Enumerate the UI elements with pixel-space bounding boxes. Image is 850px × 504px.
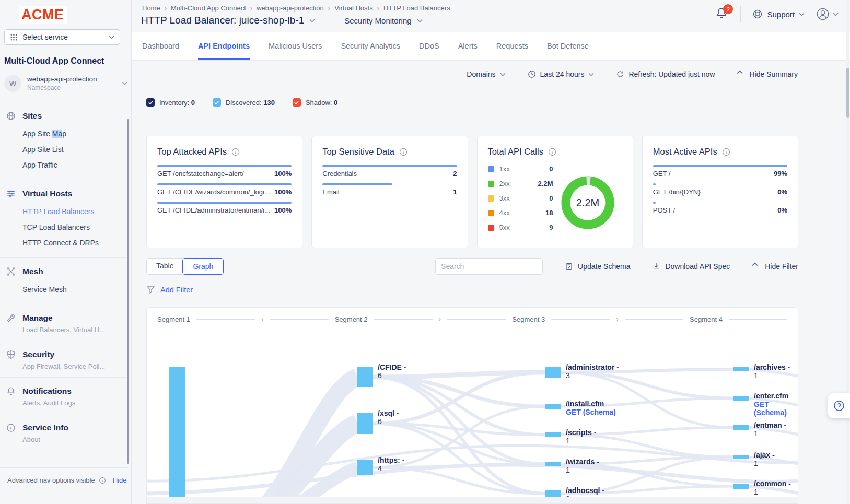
sankey-node-adhocsql[interactable] (545, 490, 561, 497)
stat-label: GET /CFIDE/administrator/entman/i... (157, 206, 270, 214)
legend-checkbox-shadow[interactable]: Shadow: 0 (293, 98, 337, 107)
search-input[interactable] (435, 258, 543, 275)
sankey-node-entman[interactable] (733, 425, 749, 430)
tab-ddos[interactable]: DDoS (419, 32, 439, 60)
info-icon[interactable] (399, 148, 407, 156)
notifications-badge: 2 (723, 4, 733, 14)
endpoint-count: 6 (378, 417, 399, 426)
add-filter-button[interactable]: Add Filter (146, 285, 193, 294)
crumb-home[interactable]: Home (142, 4, 160, 12)
hide-advanced-nav-link[interactable]: Hide (113, 476, 127, 484)
vertical-scrollbar-thumb[interactable] (846, 68, 849, 118)
sankey-node-ajax[interactable] (733, 455, 749, 459)
sidebar-group-title: Service Info (22, 423, 68, 432)
sidebar-item-notifications[interactable]: Notifications (6, 384, 128, 398)
sankey-node-https[interactable] (357, 460, 373, 475)
table-view-button[interactable]: Table (147, 259, 183, 274)
domains-dropdown[interactable]: Domains (467, 70, 505, 78)
hide-filter-toggle[interactable]: Hide Filter (752, 262, 798, 271)
sidebar-item-manage[interactable]: Manage (6, 311, 128, 325)
schema-link[interactable]: GET (Schema) (754, 400, 798, 417)
breadcrumb-separator-icon: › (250, 4, 252, 12)
product-title: Multi-Cloud App Connect (4, 56, 104, 66)
sidebar-item-http-load-balancers[interactable]: HTTP Load Balancers (6, 204, 128, 219)
stat-label: GET / (653, 170, 671, 178)
stat-label: GET /oncfstatechange=alert/ (157, 170, 244, 178)
sankey-node-wizards[interactable] (545, 462, 561, 466)
sidebar-group-title: Security (22, 350, 54, 359)
graph-view-button[interactable]: Graph (182, 258, 224, 275)
tab-dashboard[interactable]: Dashboard (142, 32, 179, 60)
sankey-node-administrator[interactable] (545, 367, 561, 378)
sankey-node-cfide[interactable] (357, 367, 373, 387)
crumb-virtual-hosts[interactable]: Virtual Hosts (334, 4, 372, 12)
security-monitoring-dropdown[interactable]: Security Monitoring (344, 16, 422, 25)
sidebar-group-virtual-hosts: Virtual HostsHTTP Load BalancersTCP Load… (0, 180, 128, 257)
view-toggle: Table Graph (146, 258, 224, 275)
sankey-node-archives[interactable] (733, 367, 749, 371)
select-service-dropdown[interactable]: Select service (4, 29, 120, 45)
time-range-dropdown[interactable]: Last 24 hours (528, 70, 595, 78)
sidebar-group-title: Mesh (22, 267, 43, 276)
breadcrumb-separator-icon: › (328, 4, 330, 12)
sankey-node-common[interactable] (733, 484, 749, 489)
sidebar-item-http-connect-drps[interactable]: HTTP Connect & DRPs (6, 235, 128, 251)
info-icon[interactable] (231, 148, 240, 156)
legend-value: 18 (545, 209, 553, 217)
schema-link[interactable]: GET (Schema) (566, 408, 616, 416)
sidebar-item-app-site-map[interactable]: App Site Map (6, 126, 128, 142)
sidebar-item-service-info[interactable]: Service Info (6, 421, 128, 435)
sidebar-item-service-mesh[interactable]: Service Mesh (6, 282, 128, 297)
sankey-node-entercfm[interactable] (733, 396, 749, 401)
stat-value: 100% (274, 206, 292, 214)
sidebar-item-app-traffic[interactable]: App Traffic (6, 157, 128, 173)
sidebar-item-security[interactable]: Security (6, 348, 128, 361)
api-stat-row: POST /0% (653, 202, 787, 214)
refresh-button[interactable]: Refresh: Updated just now (616, 70, 715, 78)
legend-checkbox-inventory[interactable]: Inventory: 0 (146, 98, 195, 107)
advanced-nav-label: Advanced nav options visible (7, 476, 95, 484)
tab-malicious-users[interactable]: Malicious Users (269, 32, 322, 60)
tab-security-analytics[interactable]: Security Analytics (341, 32, 400, 60)
support-menu[interactable]: Support (752, 9, 805, 19)
endpoint-count: 1 (754, 429, 786, 438)
api-stat-row: Credentials2 (322, 165, 457, 178)
add-filter-label: Add Filter (160, 286, 193, 294)
legend-label: 3xx (499, 194, 510, 202)
sankey-node-scripts[interactable] (545, 432, 561, 437)
download-api-spec-button[interactable]: Download API Spec (652, 262, 730, 271)
user-menu[interactable] (816, 7, 839, 21)
tab-requests[interactable]: Requests (496, 32, 528, 60)
crumb-webapp-api-protection[interactable]: webapp-api-protection (257, 4, 324, 12)
segments-header: Segment 1›Segment 2›Segment 3›Segment 4 (147, 315, 798, 323)
main-area: Home›Multi-Cloud App Connect›webapp-api-… (132, 0, 850, 504)
crumb-http-load-balancers[interactable]: HTTP Load Balancers (383, 4, 450, 12)
endpoint-path-label: /install.cfm (566, 400, 616, 408)
legend-value: 0 (549, 194, 553, 202)
sankey-label-installcfm: /install.cfmGET (Schema) (566, 400, 616, 416)
endpoint-count: 6 (378, 371, 406, 380)
namespace-selector[interactable]: W webapp-api-protection Namespace (4, 75, 127, 92)
info-icon[interactable] (548, 148, 556, 156)
tab-alerts[interactable]: Alerts (458, 32, 478, 60)
sankey-node-xsql[interactable] (357, 413, 373, 434)
sankey-node-root[interactable] (169, 367, 185, 497)
sidebar-item-app-site-list[interactable]: App Site List (6, 142, 128, 157)
update-schema-button[interactable]: Update Schema (565, 262, 630, 271)
legend-checkbox-discovered[interactable]: Discovered: 130 (213, 98, 275, 107)
sidebar-item-tcp-load-balancers[interactable]: TCP Load Balancers (6, 219, 128, 235)
hide-summary-toggle[interactable]: Hide Summary (737, 70, 798, 78)
tab-api-endpoints[interactable]: API Endpoints (198, 32, 250, 60)
legend-color-chip (488, 166, 494, 172)
notifications-bell-icon[interactable]: 2 (715, 6, 729, 22)
tab-bot-defense[interactable]: Bot Defense (547, 32, 589, 60)
horizontal-scrollbar[interactable] (147, 497, 798, 503)
clock-icon (528, 70, 536, 78)
help-button[interactable] (828, 393, 850, 418)
sidebar-scrollbar[interactable] (127, 119, 129, 464)
chevron-down-icon[interactable] (309, 19, 315, 22)
hide-summary-label: Hide Summary (749, 70, 798, 78)
sankey-node-installcfm[interactable] (545, 404, 561, 409)
info-icon[interactable] (722, 148, 730, 156)
crumb-multi-cloud-app-connect[interactable]: Multi-Cloud App Connect (171, 4, 246, 12)
